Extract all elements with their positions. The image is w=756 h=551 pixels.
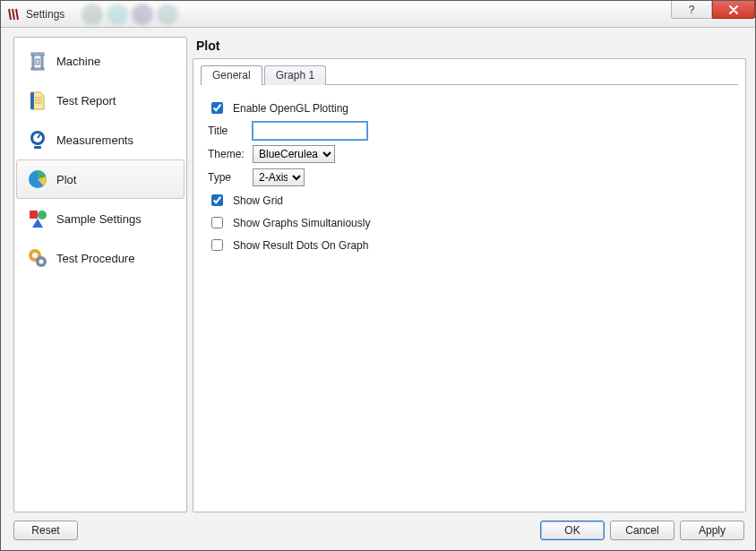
show-simul-checkbox[interactable] [211,217,223,228]
svg-point-15 [39,260,44,264]
measurements-icon [26,128,49,151]
show-dots-checkbox[interactable] [211,239,223,251]
type-label: Type [208,171,245,184]
sidebar-item-plot[interactable]: Plot [16,159,185,199]
app-icon [6,7,21,22]
show-simul-label: Show Graphs Simultaniously [233,217,370,229]
ok-button[interactable]: OK [540,521,605,540]
enable-opengl-checkbox[interactable] [211,102,223,114]
help-button[interactable]: ? [671,1,712,19]
tab-label: General [212,69,251,82]
button-label: Apply [699,524,726,537]
type-select[interactable]: 2-Axis [253,168,305,186]
show-grid-checkbox[interactable] [211,194,223,206]
sidebar: Machine Test Report Measurements Plot [13,37,187,512]
sidebar-item-sample-settings[interactable]: Sample Settings [16,199,185,238]
sidebar-item-label: Machine [56,55,100,68]
svg-rect-2 [41,56,43,68]
sidebar-item-test-procedure[interactable]: Test Procedure [16,238,185,278]
cancel-button[interactable]: Cancel [610,521,674,540]
show-grid-label: Show Grid [233,194,283,207]
theme-label: Theme: [208,148,245,160]
svg-rect-1 [32,56,34,68]
sidebar-item-label: Plot [56,173,76,186]
reset-button[interactable]: Reset [13,521,78,540]
tab-general[interactable]: General [201,65,262,85]
svg-rect-3 [31,68,44,70]
row-title: Title [208,122,731,140]
title-input[interactable] [253,122,367,140]
tab-content-general: Enable OpenGL Plotting Title Theme: Blue… [201,84,738,504]
sidebar-item-label: Test Report [56,94,116,108]
main-panel: Plot General Graph 1 Enable OpenGL Plott… [193,37,746,512]
svg-point-11 [38,211,47,220]
plot-icon [26,168,49,191]
sidebar-item-label: Sample Settings [56,212,142,226]
panel-body: General Graph 1 Enable OpenGL Plotting T… [193,58,746,512]
titlebar: Settings ? [1,1,755,28]
sidebar-item-label: Test Procedure [56,252,134,265]
button-label: Reset [31,524,59,537]
svg-rect-5 [30,92,34,109]
test-procedure-icon [26,246,49,270]
report-icon [26,89,49,112]
row-type: Type 2-Axis [208,168,731,186]
tab-bar: General Graph 1 [193,59,745,84]
row-enable-opengl: Enable OpenGL Plotting [208,99,731,116]
svg-point-13 [32,253,38,258]
button-label: Cancel [625,524,658,537]
row-theme: Theme: BlueCerulean [208,145,731,163]
show-dots-label: Show Result Dots On Graph [233,239,368,252]
window-title: Settings [26,8,64,21]
machine-icon [26,49,49,73]
sidebar-item-measurements[interactable]: Measurements [16,120,185,159]
window-controls: ? [671,1,755,19]
svg-rect-10 [30,211,38,219]
settings-window: Settings ? Machine [0,0,756,551]
svg-rect-8 [34,146,41,149]
enable-opengl-label: Enable OpenGL Plotting [233,102,348,115]
close-icon [728,5,739,14]
theme-select[interactable]: BlueCerulean [253,145,335,163]
close-button[interactable] [712,1,755,19]
svg-rect-4 [36,59,39,65]
row-show-simul: Show Graphs Simultaniously [208,214,731,231]
sidebar-item-machine[interactable]: Machine [16,41,185,81]
title-label: Title [208,125,245,137]
tab-graph-1[interactable]: Graph 1 [264,65,326,85]
panel-title: Plot [193,37,746,58]
row-show-dots: Show Result Dots On Graph [208,237,731,254]
content-area: Machine Test Report Measurements Plot [1,28,755,514]
sample-settings-icon [26,207,49,230]
row-show-grid: Show Grid [208,192,731,209]
background-decoration [82,1,178,28]
sidebar-item-test-report[interactable]: Test Report [16,81,185,120]
tab-label: Graph 1 [276,69,314,82]
apply-button[interactable]: Apply [680,521,744,540]
footer: Reset OK Cancel Apply [1,514,755,550]
sidebar-item-label: Measurements [56,133,133,147]
help-icon: ? [689,4,695,16]
button-label: OK [564,524,580,537]
